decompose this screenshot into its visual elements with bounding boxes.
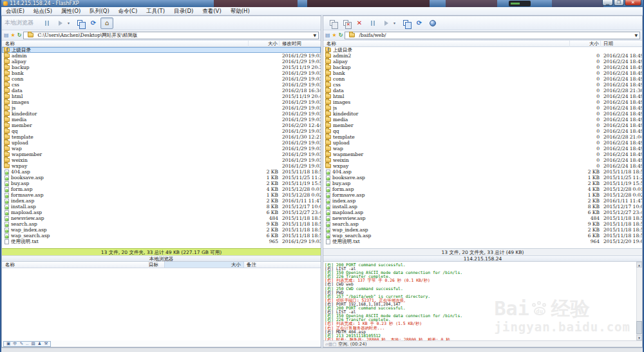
ime-icon[interactable]: ▣ [6, 341, 10, 346]
file-row[interactable]: wapmember2016/1/29 19:03 [2, 152, 321, 157]
ftp-log-panel[interactable]: [右] 200 PORT command successful.[右] LIST… [323, 262, 642, 340]
menu-item[interactable]: 目录(D) [169, 7, 198, 15]
ime-icon[interactable]: ♟ [38, 341, 42, 346]
ime-toolbar[interactable]: ▣中✎‥▤♟⚒ [3, 341, 51, 347]
pause-button[interactable] [366, 17, 379, 29]
refresh-button[interactable]: ⟳ [87, 17, 100, 29]
file-row[interactable]: media2016/1/29 19:03 [2, 117, 321, 122]
site-manager-icon[interactable]: ▤ [4, 33, 9, 38]
file-row[interactable]: wxpay2016/1/29 19:03 [2, 163, 321, 169]
file-row[interactable]: index.asp2 KB2016/1/11 11:47 [2, 198, 321, 204]
file-row[interactable]: wap_index.asp2 KB2015/11/18 18:56 [2, 227, 321, 233]
file-row[interactable]: newsview.asp4842015/11/18 18:56 [323, 215, 642, 221]
file-row[interactable]: media02016/2/24 18:49 [323, 117, 642, 122]
file-row[interactable]: upload2016/1/29 19:03 [2, 140, 321, 146]
file-row[interactable]: member2016/2/20 12:44 [2, 122, 321, 128]
file-row[interactable]: wapmember02016/2/24 18:49 [323, 152, 642, 157]
file-row[interactable]: images02016/2/24 18:49 [323, 99, 642, 105]
close-button[interactable]: ✕ [625, 0, 641, 6]
file-row[interactable]: form.asp4 KB2015/12/28 0:01 [2, 186, 321, 192]
play-dropdown-caret[interactable]: ▾ [68, 21, 73, 25]
file-row[interactable]: bank2016/1/29 19:03 [2, 70, 321, 76]
abort-button[interactable]: ✕ [353, 17, 366, 29]
play-dropdown-caret[interactable]: ▾ [393, 21, 399, 25]
file-row[interactable]: weixin2016/1/29 19:03 [2, 157, 321, 163]
file-row[interactable]: data2016/2/18 16:34 [2, 88, 321, 93]
file-row[interactable]: search.asp9 KB2015/11/18 18:56 [323, 221, 642, 227]
file-row[interactable]: wap02016/2/24 18:49 [323, 146, 642, 152]
ime-icon[interactable]: 中 [13, 341, 17, 346]
column-header-date[interactable]: 修改时间 [279, 41, 321, 47]
file-row[interactable]: html02016/2/24 18:49 [323, 93, 642, 99]
file-row[interactable]: 使用说明.txt9652016/1/29 19:03 [2, 239, 321, 244]
queue-body[interactable] [2, 268, 321, 340]
transfer-mode-button[interactable] [73, 17, 86, 29]
column-header-date[interactable]: 日期 [601, 41, 642, 47]
file-row[interactable]: booksave.asp1 KB2015/11/25 11:22 [2, 175, 321, 181]
file-row[interactable]: images2016/1/29 19:03 [2, 99, 321, 105]
file-row[interactable]: mapload.asp6 KB2015/12/27 23:41 [323, 210, 642, 215]
file-row[interactable]: kindeditor02016/2/24 18:49 [323, 111, 642, 117]
column-header-size[interactable]: 大小 [570, 41, 601, 47]
pause-button[interactable] [41, 17, 53, 29]
site-manager-icon[interactable]: ▤ [325, 33, 330, 38]
queue-column-header[interactable]: 大小 [164, 262, 244, 268]
menu-item[interactable]: 命令(C) [114, 7, 142, 15]
file-row[interactable]: install.asp8 KB2015/12/17 10:08 [2, 204, 321, 210]
file-row[interactable]: backup02016/2/24 18:49 [323, 64, 642, 70]
play-button[interactable] [380, 17, 393, 29]
ime-icon[interactable]: ▤ [31, 341, 35, 346]
file-row[interactable]: data02016/2/28 21:30 [323, 88, 642, 93]
file-row[interactable]: index.asp2 KB2016/1/11 11:47 [323, 198, 642, 204]
file-row[interactable]: wap2016/1/29 19:03 [2, 146, 321, 152]
file-row[interactable]: buy.asp2 KB2015/11/19 15:54 [2, 181, 321, 186]
quick-go-icon[interactable]: ↻ [339, 33, 343, 38]
file-row[interactable]: alipay2016/1/29 19:03 [2, 59, 321, 64]
file-row[interactable]: html2015/11/19 20:47 [2, 93, 321, 99]
ime-icon[interactable]: ‥ [26, 341, 28, 346]
home-button[interactable]: ⌂ [100, 17, 113, 29]
file-row[interactable]: form.asp4 KB2015/12/28 0:01 [323, 186, 642, 192]
path-dropdown-caret[interactable]: ▼ [313, 33, 316, 37]
file-row[interactable]: wap_index.asp2 KB2015/11/18 18:56 [323, 227, 642, 233]
menu-item[interactable]: 工具(T) [142, 7, 169, 15]
menu-item[interactable]: 属性(O) [57, 7, 85, 15]
file-row[interactable]: css02016/2/24 18:49 [323, 82, 642, 88]
queue-column-header[interactable]: 名称 [2, 262, 149, 268]
file-row[interactable]: kindeditor2016/1/29 19:03 [2, 111, 321, 117]
file-row[interactable]: template02016/2/28 21:04 [323, 134, 642, 140]
file-row[interactable]: conn2016/1/29 19:03 [2, 76, 321, 82]
file-row[interactable]: 404.asp2 KB2015/11/18 18:55 [2, 169, 321, 175]
remote-path-input[interactable]: /baifa/web/ ▼ [345, 32, 640, 39]
minimize-button[interactable]: ▁ [602, 0, 613, 6]
disconnect-button[interactable] [339, 17, 352, 29]
file-row[interactable]: formsave.asp1 KB2015/12/28 0:02 [2, 192, 321, 198]
connect-button[interactable] [326, 17, 339, 29]
file-row[interactable]: bank02016/2/24 18:49 [323, 70, 642, 76]
favorites-star-icon[interactable]: ★ [11, 33, 15, 38]
file-row[interactable]: upload02016/2/24 18:49 [323, 140, 642, 146]
file-row[interactable]: admin202016/2/24 18:49 [323, 53, 642, 59]
quick-go-icon[interactable]: ↻ [17, 33, 22, 38]
file-row[interactable]: wxpay02016/2/24 18:49 [323, 163, 642, 169]
file-row[interactable]: css2016/1/29 19:03 [2, 82, 321, 88]
file-row[interactable]: formsave.asp1 KB2015/12/28 0:02 [323, 192, 642, 198]
ime-icon[interactable]: ⚒ [44, 341, 48, 346]
transfer-mode-button[interactable] [399, 17, 412, 29]
menu-item[interactable]: 会话(E) [1, 7, 29, 15]
file-row[interactable]: js02016/2/24 18:49 [323, 105, 642, 111]
web-button[interactable] [426, 17, 439, 29]
log-scrollbar[interactable]: ▲ ▼ [636, 262, 642, 340]
refresh-button[interactable]: ⟳ [413, 17, 426, 29]
file-row[interactable]: 上级目录 [323, 47, 642, 53]
column-header-name[interactable]: 名称 [2, 41, 249, 47]
file-row[interactable]: alipay02016/2/24 18:49 [323, 59, 642, 64]
file-row[interactable]: install.asp8 KB2015/12/17 10:08 [323, 204, 642, 210]
file-row[interactable]: search.asp9 KB2015/11/18 18:56 [2, 221, 321, 227]
file-row[interactable]: template2016/1/30 12:21 [2, 134, 321, 140]
menu-item[interactable]: 查看(V) [198, 7, 225, 15]
file-row[interactable]: 使用说明.txt9642015/12/20 19:00 [323, 239, 642, 244]
play-button[interactable] [54, 17, 67, 29]
column-header-name[interactable]: 名称 [323, 41, 570, 47]
scroll-up-arrow[interactable]: ▲ [636, 262, 642, 268]
